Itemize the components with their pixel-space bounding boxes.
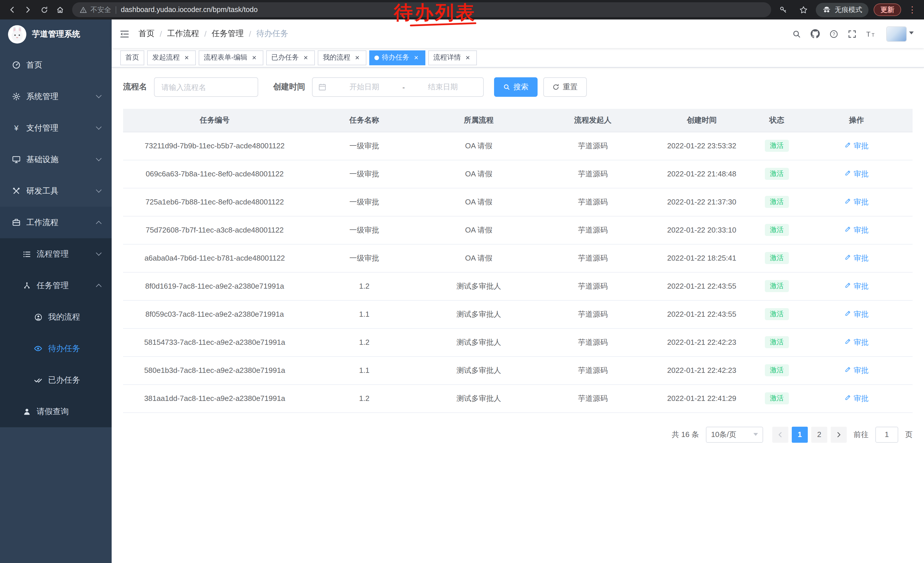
date-range-picker[interactable]: 开始日期 - 结束日期 [312,77,484,97]
status-cell: 激活 [753,272,800,300]
fullscreen-icon[interactable] [848,30,856,38]
close-icon[interactable]: × [464,54,472,62]
table-row: 58154733-7ac8-11ec-a9e2-a2380e71991a1.2测… [123,328,912,356]
browser-back-icon[interactable] [4,2,20,17]
close-icon[interactable]: × [353,54,361,62]
chevron-up-icon [96,221,102,227]
action-cell: 审批 [800,244,912,272]
app-logo[interactable]: 芋道管理系统 [0,20,112,49]
breadcrumb-item[interactable]: 工作流程 [167,29,199,39]
sidebar-item-payment[interactable]: ¥支付管理 [0,112,112,144]
avatar-image [886,26,907,42]
action-cell: 审批 [800,272,912,300]
browser-reload-icon[interactable] [37,2,51,17]
process-name-input[interactable] [154,77,258,97]
initiator-cell: 芋道源码 [535,188,651,216]
status-badge: 激活 [765,224,789,236]
table-row: a6aba0a4-7b6d-11ec-b781-acde48001122一级审批… [123,244,912,272]
close-icon[interactable]: × [250,54,258,62]
approve-button[interactable]: 审批 [844,169,868,179]
close-icon[interactable]: × [183,54,190,62]
user-avatar[interactable] [886,26,914,42]
sidebar-item-system[interactable]: 系统管理 [0,81,112,112]
bookmark-star-icon[interactable] [796,2,811,17]
approve-button[interactable]: 审批 [844,281,868,291]
task-id-cell: 73211d9d-7b9b-11ec-b5b7-acde48001122 [123,132,306,160]
approve-button[interactable]: 审批 [844,225,868,235]
sidebar-item-label: 支付管理 [26,123,58,133]
status-cell: 激活 [753,244,800,272]
done-tasks-icon [33,376,43,384]
breadcrumb-item[interactable]: 首页 [138,29,154,39]
sidebar-item-todo-tasks[interactable]: 待办任务 [0,333,112,364]
approve-button[interactable]: 审批 [844,253,868,263]
tab-4[interactable]: 我的流程× [318,50,366,65]
status-cell: 激活 [753,132,800,160]
search-button[interactable]: 搜索 [494,77,538,97]
task-name-cell: 1.2 [306,328,422,356]
infrastructure-icon [12,155,21,164]
sidebar-item-label: 待办任务 [48,343,80,354]
tab-1[interactable]: 发起流程× [147,50,196,65]
browser-toolbar-right: 无痕模式 更新 ⋮ [776,2,920,17]
password-key-icon[interactable] [776,2,790,17]
browser-home-icon[interactable] [52,2,68,17]
initiator-cell: 芋道源码 [535,356,651,384]
task-id-cell: 58154733-7ac8-11ec-a9e2-a2380e71991a [123,328,306,356]
search-icon[interactable] [792,30,801,38]
approve-button[interactable]: 审批 [844,141,868,151]
sidebar-item-my-process[interactable]: 我的流程 [0,301,112,333]
svg-text:T: T [866,30,870,38]
approve-button[interactable]: 审批 [844,393,868,404]
page-size-select[interactable]: 10条/页 [706,426,763,443]
browser-menu-icon[interactable]: ⋮ [906,5,918,15]
page-button-2[interactable]: 2 [811,426,827,443]
sidebar-item-task-management[interactable]: 任务管理 [0,270,112,301]
page-button-1[interactable]: 1 [792,426,808,443]
address-bar[interactable]: 不安全 dashboard.yudao.iocoder.cn/bpm/task/… [72,2,771,17]
tab-0[interactable]: 首页 [120,50,144,65]
process-cell: 测试多审批人 [422,328,535,356]
browser-forward-icon[interactable] [21,2,36,17]
sidebar-item-home[interactable]: 首页 [0,49,112,81]
status-cell: 激活 [753,328,800,356]
column-header: 状态 [753,109,800,132]
help-icon[interactable]: ? [830,30,838,38]
chrome-update-button[interactable]: 更新 [874,3,901,16]
approve-button[interactable]: 审批 [844,309,868,319]
top-navbar: 首页/工作流程/任务管理/待办任务 ? TT [112,20,924,48]
close-icon[interactable]: × [302,54,310,62]
svg-text:?: ? [833,32,835,36]
reset-button[interactable]: 重置 [543,77,587,97]
tab-5[interactable]: 待办任务× [369,50,425,65]
tab-6[interactable]: 流程详情× [428,50,477,65]
sidebar-collapse-icon[interactable] [120,30,129,38]
url-text: dashboard.yudao.iocoder.cn/bpm/task/todo [121,6,258,14]
table-row: 069c6a63-7b8a-11ec-8ef0-acde48001122一级审批… [123,160,912,188]
create-time-cell: 2022-01-22 18:25:41 [650,244,753,272]
tab-3[interactable]: 已办任务× [266,50,315,65]
sidebar-item-workflow[interactable]: 工作流程 [0,207,112,238]
sidebar-item-process-management[interactable]: 流程管理 [0,238,112,270]
task-name-cell: 1.1 [306,300,422,328]
sidebar-item-done-tasks[interactable]: 已办任务 [0,364,112,396]
sidebar-item-infrastructure[interactable]: 基础设施 [0,144,112,175]
approve-button[interactable]: 审批 [844,337,868,347]
approve-button[interactable]: 审批 [844,365,868,375]
breadcrumb-item[interactable]: 任务管理 [212,29,244,39]
sidebar-item-leave-query[interactable]: 请假查询 [0,396,112,427]
next-page-button[interactable] [831,426,847,443]
approve-button[interactable]: 审批 [844,197,868,207]
close-icon[interactable]: × [412,54,420,62]
table-row: 8f0d1619-7ac8-11ec-a9e2-a2380e71991a1.2测… [123,272,912,300]
column-header: 流程发起人 [535,109,651,132]
action-cell: 审批 [800,132,912,160]
prev-page-button[interactable] [772,426,788,443]
github-icon[interactable] [811,29,820,38]
tab-2[interactable]: 流程表单-编辑× [199,50,263,65]
breadcrumb-separator: / [249,29,251,38]
sidebar-item-devtools[interactable]: 研发工具 [0,175,112,207]
font-size-icon[interactable]: TT [866,30,876,38]
approve-label: 审批 [854,141,868,151]
goto-page-input[interactable] [875,426,898,443]
